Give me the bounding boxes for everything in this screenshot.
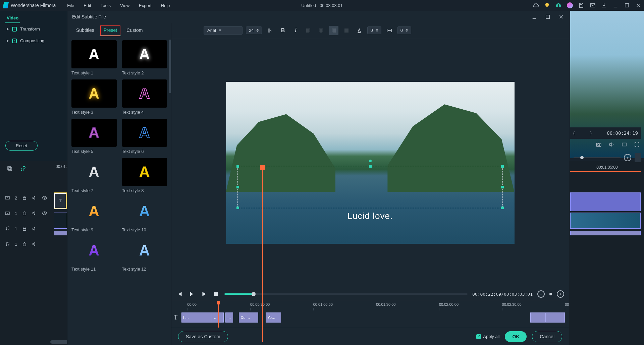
resize-handle[interactable] bbox=[501, 207, 504, 209]
save-icon[interactable] bbox=[578, 2, 584, 8]
cancel-button[interactable]: Cancel bbox=[532, 331, 562, 342]
align-justify-icon[interactable] bbox=[342, 26, 351, 35]
mute-icon[interactable] bbox=[32, 211, 37, 216]
preset-card[interactable]: AText style 10 bbox=[122, 197, 167, 232]
main-playhead[interactable] bbox=[262, 168, 263, 342]
font-family-select[interactable]: Arial bbox=[204, 26, 243, 35]
mail-icon[interactable] bbox=[590, 2, 596, 8]
rotate-handle[interactable] bbox=[369, 160, 372, 162]
timeline-clip[interactable] bbox=[54, 231, 67, 235]
window-minimize-icon[interactable] bbox=[612, 2, 619, 8]
menu-edit[interactable]: Edit bbox=[80, 2, 94, 9]
tab-subtitles[interactable]: Subtitles bbox=[72, 25, 98, 36]
mute-icon[interactable] bbox=[32, 226, 37, 231]
dialog-minimize-icon[interactable] bbox=[531, 14, 537, 20]
preset-scrollbar[interactable] bbox=[169, 40, 171, 93]
align-center-icon[interactable] bbox=[316, 26, 326, 35]
text-color-icon[interactable] bbox=[355, 26, 364, 35]
menu-help[interactable]: Help bbox=[158, 2, 173, 9]
subtitle-clip[interactable]: Do … bbox=[239, 312, 258, 323]
step-back-icon[interactable] bbox=[176, 290, 183, 298]
fullscreen-icon[interactable] bbox=[634, 141, 640, 148]
preset-card[interactable]: AText style 3 bbox=[71, 79, 117, 115]
fit-icon[interactable] bbox=[635, 153, 641, 162]
timeline-clip[interactable] bbox=[570, 213, 641, 229]
resize-handle[interactable] bbox=[236, 165, 239, 168]
sidebar-item-transform[interactable]: ✓ Transform bbox=[0, 23, 67, 35]
mark-in-icon[interactable]: { bbox=[573, 130, 575, 136]
align-right-icon[interactable] bbox=[329, 26, 338, 35]
preset-card[interactable]: AText style 6 bbox=[122, 119, 167, 154]
apply-all-checkbox[interactable]: ✓ Apply all bbox=[476, 334, 499, 339]
resize-handle[interactable] bbox=[501, 165, 504, 168]
mute-icon[interactable] bbox=[32, 241, 37, 247]
ok-button[interactable]: OK bbox=[505, 331, 527, 342]
zoom-out-icon[interactable]: − bbox=[537, 290, 545, 298]
seek-bar[interactable] bbox=[224, 293, 468, 295]
tracking-input[interactable]: 0 bbox=[367, 26, 381, 34]
track-row-video2[interactable]: 2 bbox=[0, 191, 54, 205]
dialog-maximize-icon[interactable] bbox=[545, 14, 551, 20]
mute-icon[interactable] bbox=[32, 195, 37, 200]
timeline-clip[interactable] bbox=[570, 192, 641, 211]
zoom-in-icon[interactable]: + bbox=[624, 154, 631, 161]
cloud-icon[interactable] bbox=[533, 2, 539, 8]
reset-button[interactable]: Reset bbox=[5, 141, 38, 151]
track-row-audio1[interactable]: 1 bbox=[0, 222, 54, 235]
sidebar-item-compositing[interactable]: ✓ Compositing bbox=[0, 35, 67, 47]
lightbulb-icon[interactable] bbox=[544, 2, 550, 8]
subtitle-clip[interactable]: Yo… bbox=[266, 312, 281, 323]
volume-icon[interactable] bbox=[608, 141, 614, 148]
track-row-video1[interactable]: 1 bbox=[0, 207, 54, 220]
tab-preset[interactable]: Preset bbox=[100, 25, 121, 36]
step-fwd-icon[interactable] bbox=[188, 290, 196, 298]
camera-icon[interactable] bbox=[596, 141, 602, 148]
menu-tools[interactable]: Tools bbox=[97, 2, 114, 9]
preset-card[interactable]: AText style 2 bbox=[122, 40, 167, 75]
subtitle-text[interactable]: Lucid love. bbox=[226, 211, 515, 221]
font-size-input[interactable]: 24 bbox=[246, 26, 262, 34]
video-frame[interactable]: Lucid love. bbox=[226, 82, 515, 244]
lock-icon[interactable] bbox=[22, 226, 27, 231]
track-row-audio2[interactable]: 1 bbox=[0, 237, 54, 251]
link-icon[interactable] bbox=[20, 166, 26, 172]
preset-card[interactable]: AText style 4 bbox=[122, 79, 167, 115]
zoom-in-icon[interactable]: + bbox=[557, 290, 564, 298]
preset-card[interactable]: AText style 8 bbox=[122, 158, 167, 193]
subtitle-clip[interactable]: … bbox=[225, 312, 233, 323]
timeline-clip[interactable] bbox=[54, 213, 67, 229]
align-left-icon[interactable] bbox=[304, 26, 313, 35]
checkbox-icon[interactable]: ✓ bbox=[12, 39, 17, 43]
bold-button[interactable]: B bbox=[278, 26, 287, 35]
preset-card[interactable]: AText style 7 bbox=[71, 158, 117, 193]
headset-icon[interactable] bbox=[555, 2, 561, 8]
subtitle-clip[interactable]: … bbox=[212, 312, 223, 323]
menu-view[interactable]: View bbox=[117, 2, 133, 9]
window-maximize-icon[interactable] bbox=[624, 2, 630, 8]
zoom-slider[interactable]: + bbox=[574, 153, 641, 162]
dialog-close-icon[interactable] bbox=[558, 14, 564, 20]
italic-button[interactable]: I bbox=[291, 26, 300, 35]
play-icon[interactable] bbox=[200, 290, 208, 298]
eye-icon[interactable] bbox=[42, 195, 47, 200]
subtitle-clip[interactable]: I … bbox=[181, 312, 212, 323]
subtitle-clip[interactable] bbox=[530, 312, 546, 323]
menu-file[interactable]: File bbox=[64, 2, 77, 9]
sidebar-tab-video[interactable]: Video bbox=[5, 13, 20, 23]
resize-handle[interactable] bbox=[501, 186, 504, 188]
preset-card[interactable]: AText style 12 bbox=[122, 236, 167, 272]
window-close-icon[interactable] bbox=[635, 2, 641, 8]
lock-icon[interactable] bbox=[22, 195, 27, 200]
text-selection-box[interactable] bbox=[237, 166, 503, 208]
download-icon[interactable] bbox=[601, 2, 607, 8]
vertical-text-icon[interactable] bbox=[265, 26, 275, 35]
preset-card[interactable]: AText style 9 bbox=[71, 197, 117, 232]
spacing-input[interactable]: 0 bbox=[397, 26, 411, 34]
zoom-thumb[interactable] bbox=[549, 293, 552, 295]
stop-icon[interactable] bbox=[212, 290, 220, 298]
checkbox-icon[interactable]: ✓ bbox=[12, 27, 17, 32]
resize-handle[interactable] bbox=[236, 207, 239, 209]
user-avatar-icon[interactable] bbox=[567, 2, 573, 8]
save-as-custom-button[interactable]: Save as Custom bbox=[178, 331, 228, 342]
eye-icon[interactable] bbox=[42, 211, 47, 216]
